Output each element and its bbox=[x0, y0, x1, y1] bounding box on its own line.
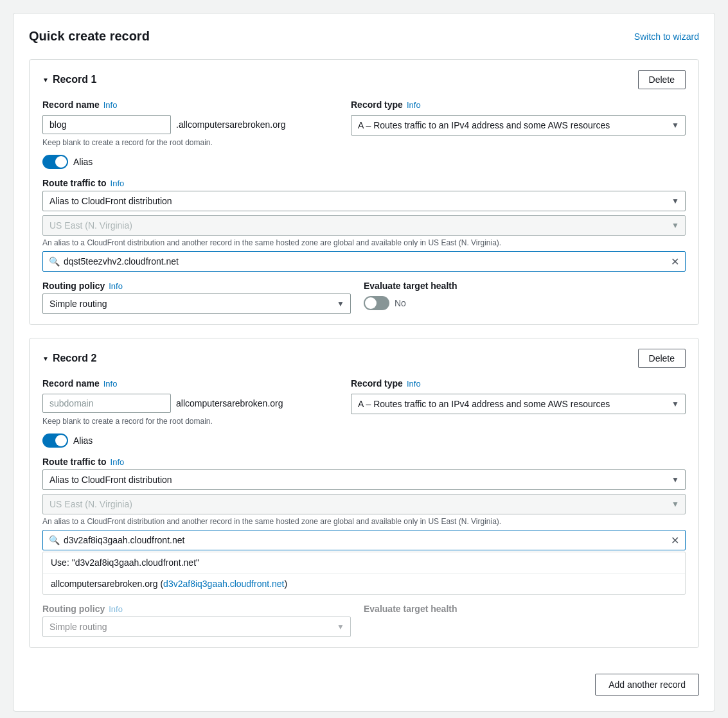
record1-route-traffic-info-link[interactable]: Info bbox=[111, 179, 125, 188]
switch-to-wizard-link[interactable]: Switch to wizard bbox=[634, 31, 699, 42]
record1-delete-button[interactable]: Delete bbox=[638, 70, 686, 89]
record2-alias-toggle[interactable] bbox=[42, 433, 68, 448]
record1-routing-info-link[interactable]: Info bbox=[109, 281, 123, 291]
page-container: Quick create record Switch to wizard ▼ R… bbox=[13, 13, 715, 712]
add-another-record-button[interactable]: Add another record bbox=[595, 674, 699, 696]
record2-name-info-link[interactable]: Info bbox=[103, 379, 118, 389]
record2-suggestion-2-link[interactable]: d3v2af8iq3gaah.cloudfront.net bbox=[163, 579, 284, 589]
record2-name-input[interactable] bbox=[42, 394, 171, 413]
record1-domain-suffix: .allcomputersarebroken.org bbox=[176, 119, 285, 130]
record2-route-traffic-select[interactable]: Alias to CloudFront distribution bbox=[42, 469, 686, 490]
record1-route-traffic-select-wrapper: Alias to CloudFront distribution ▼ bbox=[42, 191, 686, 211]
record1-route-traffic-select[interactable]: Alias to CloudFront distribution bbox=[42, 191, 686, 211]
record1-routing-label-row: Routing policy Info bbox=[42, 281, 351, 291]
record2-cloudfront-note: An alias to a CloudFront distribution an… bbox=[42, 517, 686, 526]
record2-routing-label-row: Routing policy Info bbox=[42, 604, 351, 614]
record2-suggestion-1-text: Use: "d3v2af8iq3gaah.cloudfront.net" bbox=[51, 557, 199, 568]
record2-clear-icon[interactable]: ✕ bbox=[671, 534, 679, 547]
record1-name-input-group: .allcomputersarebroken.org bbox=[42, 115, 338, 134]
record1-routing-select-wrapper: Simple routing ▼ bbox=[42, 293, 351, 314]
record1-cloudfront-input[interactable] bbox=[42, 251, 686, 272]
record1-evaluate-label: Evaluate target health bbox=[364, 281, 686, 291]
record2-route-traffic-section: Route traffic to Info Alias to CloudFron… bbox=[42, 457, 686, 595]
record1-routing-label: Routing policy bbox=[42, 281, 105, 291]
record2-cloudfront-input-wrapper: 🔍 ✕ bbox=[42, 530, 686, 550]
record1-name-info-link[interactable]: Info bbox=[103, 100, 118, 110]
record1-cloudfront-note: An alias to a CloudFront distribution an… bbox=[42, 238, 686, 247]
record2-route-traffic-select-wrapper: Alias to CloudFront distribution ▼ bbox=[42, 469, 686, 490]
record2-header: ▼ Record 2 Delete bbox=[42, 349, 686, 368]
record2-routing-row: Routing policy Info Simple routing ▼ Eva… bbox=[42, 604, 686, 637]
record1-evaluate-group: Evaluate target health No bbox=[364, 281, 686, 310]
record1-title: ▼ Record 1 bbox=[42, 74, 96, 85]
record2-alias-row: Alias bbox=[42, 433, 686, 448]
record1-name-label: Record name bbox=[42, 100, 100, 110]
record1-route-traffic-section: Route traffic to Info Alias to CloudFron… bbox=[42, 178, 686, 272]
record2-type-group: Record type Info A – Routes traffic to a… bbox=[351, 378, 686, 426]
record2-suggestion-item-2[interactable]: allcomputersarebroken.org (d3v2af8iq3gaa… bbox=[43, 574, 685, 594]
record1-type-select[interactable]: A – Routes traffic to an IPv4 address an… bbox=[351, 115, 686, 136]
record2-routing-label: Routing policy bbox=[42, 604, 105, 614]
page-header: Quick create record Switch to wizard bbox=[29, 29, 699, 44]
record2-section: ▼ Record 2 Delete Record name Info allco… bbox=[29, 338, 699, 648]
record1-name-label-row: Record name Info bbox=[42, 100, 338, 110]
record1-evaluate-toggle-row: No bbox=[364, 296, 686, 310]
record1-us-east-select-wrapper: US East (N. Virginia) ▼ bbox=[42, 215, 686, 236]
record1-routing-select[interactable]: Simple routing bbox=[42, 293, 351, 314]
record2-name-group: Record name Info allcomputersarebroken.o… bbox=[42, 378, 338, 426]
record1-alias-toggle[interactable] bbox=[42, 155, 68, 169]
record1-route-traffic-label: Route traffic to bbox=[42, 178, 107, 188]
record2-suggestion-dropdown: Use: "d3v2af8iq3gaah.cloudfront.net" all… bbox=[42, 552, 686, 595]
record2-cloudfront-input[interactable] bbox=[42, 530, 686, 550]
record1-name-type-row: Record name Info .allcomputersarebroken.… bbox=[42, 100, 686, 147]
record2-type-info-link[interactable]: Info bbox=[407, 379, 421, 389]
record2-routing-group: Routing policy Info Simple routing ▼ bbox=[42, 604, 351, 637]
record2-type-select-wrapper: A – Routes traffic to an IPv4 address an… bbox=[351, 394, 686, 414]
record2-us-east-select: US East (N. Virginia) bbox=[42, 494, 686, 514]
record1-evaluate-toggle[interactable] bbox=[364, 296, 389, 310]
record2-us-east-select-wrapper: US East (N. Virginia) ▼ bbox=[42, 494, 686, 514]
record2-suggestion-2-prefix: allcomputersarebroken.org ( bbox=[51, 579, 163, 589]
record1-name-hint: Keep blank to create a record for the ro… bbox=[42, 138, 338, 147]
record1-alias-row: Alias bbox=[42, 155, 686, 169]
record1-cloudfront-input-wrapper: 🔍 ✕ bbox=[42, 251, 686, 272]
record2-delete-button[interactable]: Delete bbox=[638, 349, 686, 368]
record2-domain-suffix: allcomputersarebroken.org bbox=[176, 398, 283, 408]
record1-type-info-link[interactable]: Info bbox=[407, 100, 421, 110]
record2-routing-select[interactable]: Simple routing bbox=[42, 617, 351, 637]
record1-routing-group: Routing policy Info Simple routing ▼ bbox=[42, 281, 351, 314]
page-title: Quick create record bbox=[29, 29, 150, 44]
record2-name-label: Record name bbox=[42, 378, 100, 389]
record1-routing-row: Routing policy Info Simple routing ▼ Eva… bbox=[42, 281, 686, 314]
record1-name-group: Record name Info .allcomputersarebroken.… bbox=[42, 100, 338, 147]
record2-suggestion-2-suffix: ) bbox=[284, 579, 287, 589]
record1-type-label: Record type bbox=[351, 100, 403, 110]
record1-us-east-select: US East (N. Virginia) bbox=[42, 215, 686, 236]
record2-evaluate-label: Evaluate target health bbox=[364, 604, 686, 614]
record2-routing-select-wrapper: Simple routing ▼ bbox=[42, 617, 351, 637]
record1-collapse-icon[interactable]: ▼ bbox=[42, 76, 49, 83]
record2-name-label-row: Record name Info bbox=[42, 378, 338, 389]
record1-route-traffic-label-row: Route traffic to Info bbox=[42, 178, 686, 188]
record2-title: ▼ Record 2 bbox=[42, 353, 96, 364]
record1-title-text: Record 1 bbox=[53, 74, 96, 85]
record2-suggestion-item-1[interactable]: Use: "d3v2af8iq3gaah.cloudfront.net" bbox=[43, 552, 685, 574]
record2-title-text: Record 2 bbox=[53, 353, 96, 364]
record1-name-input[interactable] bbox=[42, 115, 171, 134]
record1-evaluate-value: No bbox=[395, 298, 406, 308]
record2-collapse-icon[interactable]: ▼ bbox=[42, 355, 49, 362]
record2-route-traffic-info-link[interactable]: Info bbox=[111, 457, 125, 467]
record2-routing-info-link[interactable]: Info bbox=[109, 604, 123, 614]
record2-type-select[interactable]: A – Routes traffic to an IPv4 address an… bbox=[351, 394, 686, 414]
record2-route-traffic-label-row: Route traffic to Info bbox=[42, 457, 686, 467]
record2-name-input-group: allcomputersarebroken.org bbox=[42, 394, 338, 413]
record1-type-label-row: Record type Info bbox=[351, 100, 686, 110]
record1-type-select-wrapper: A – Routes traffic to an IPv4 address an… bbox=[351, 115, 686, 136]
record2-type-label-row: Record type Info bbox=[351, 378, 686, 389]
record2-evaluate-group: Evaluate target health bbox=[364, 604, 686, 619]
record1-clear-icon[interactable]: ✕ bbox=[671, 256, 679, 268]
record2-route-traffic-label: Route traffic to bbox=[42, 457, 107, 467]
record1-alias-label: Alias bbox=[73, 157, 93, 167]
record1-type-group: Record type Info A – Routes traffic to a… bbox=[351, 100, 686, 147]
record2-name-type-row: Record name Info allcomputersarebroken.o… bbox=[42, 378, 686, 426]
